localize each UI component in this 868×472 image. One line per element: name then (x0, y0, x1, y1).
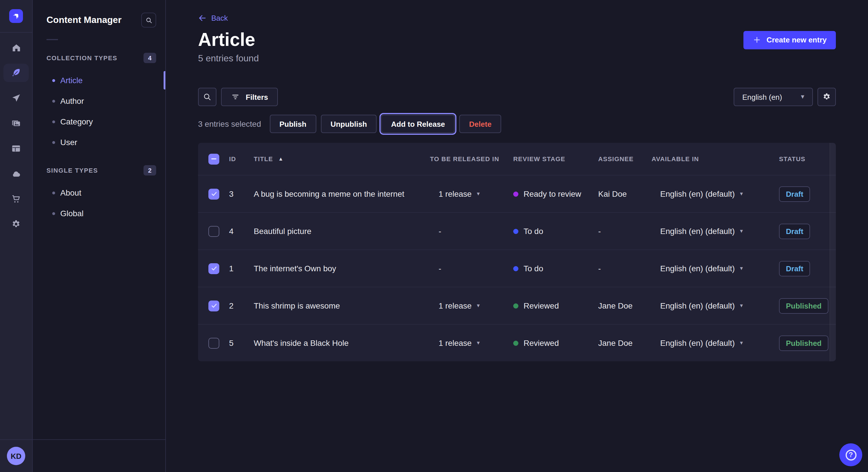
column-header-review-stage[interactable]: REVIEW STAGE (512, 156, 598, 162)
toolbar: Filters English (en) ▼ (198, 88, 836, 106)
cell-to-be-released-in: - (430, 227, 512, 236)
rail-item-releases-paper-plane-icon[interactable] (3, 89, 29, 107)
publish-button[interactable]: Publish (270, 115, 316, 133)
rail-item-marketplace-cart-icon[interactable] (3, 190, 29, 208)
stage-label: To do (524, 227, 544, 236)
table-header-row: IDTITLE▲TO BE RELEASED INREVIEW STAGEASS… (198, 143, 836, 175)
rail-item-cloud-icon[interactable] (3, 165, 29, 183)
create-new-entry-label: Create new entry (766, 36, 827, 44)
page-title: Article (198, 29, 255, 50)
sidebar-item-category[interactable]: Category (33, 111, 165, 132)
locale-value: English (en) (742, 93, 782, 101)
plus-icon (753, 36, 761, 44)
unpublish-button[interactable]: Unpublish (321, 115, 377, 133)
column-header-id[interactable]: ID (229, 156, 254, 162)
cell-assignee: - (598, 264, 652, 273)
available-in-value: English (en) (default) (660, 189, 735, 198)
rail-item-content-type-builder-icon[interactable] (3, 139, 29, 158)
search-icon (203, 92, 212, 102)
filters-label: Filters (246, 93, 268, 101)
rail-item-home-icon[interactable] (3, 38, 29, 57)
table-row[interactable]: 1The internet's Own boy-To do-English (e… (198, 249, 836, 287)
sidebar-item-about[interactable]: About (33, 182, 165, 203)
avatar[interactable]: KD (7, 447, 25, 465)
view-settings-button[interactable] (817, 88, 836, 106)
column-header-assignee[interactable]: ASSIGNEE (598, 156, 652, 162)
check-icon (210, 191, 217, 197)
release-value: - (439, 227, 441, 236)
column-header-title[interactable]: TITLE▲ (254, 156, 430, 162)
locales-dropdown[interactable]: English (en) (default)▾ (652, 264, 779, 273)
check-icon (210, 302, 217, 309)
row-checkbox[interactable] (208, 263, 219, 274)
rail-item-content-manager-feather-icon[interactable] (3, 64, 29, 82)
add-to-release-button[interactable]: Add to Release (381, 115, 455, 133)
media-library-icon (11, 118, 21, 129)
release-dropdown[interactable]: 1 release▾ (430, 301, 512, 310)
rail-item-media-library-icon[interactable] (3, 114, 29, 133)
back-link[interactable]: Back (198, 14, 228, 22)
filters-button[interactable]: Filters (221, 88, 278, 106)
chevron-down-icon: ▾ (477, 191, 479, 197)
locales-dropdown[interactable]: English (en) (default)▾ (652, 338, 779, 347)
column-header-label: TO BE RELEASED IN (430, 156, 499, 162)
sidebar-item-label: Global (60, 209, 84, 218)
rail-item-settings-gear-icon[interactable] (3, 215, 29, 233)
sidebar-item-user[interactable]: User (33, 132, 165, 153)
column-header-to-be-released-in[interactable]: TO BE RELEASED IN (430, 156, 512, 162)
sidebar-item-global[interactable]: Global (33, 203, 165, 224)
column-header-label: AVAILABLE IN (652, 156, 699, 162)
section-count-badge: 2 (144, 165, 156, 175)
sidebar-item-author[interactable]: Author (33, 91, 165, 111)
locale-select[interactable]: English (en) ▼ (734, 88, 813, 106)
table-row[interactable]: 5What's inside a Black Hole1 release▾Rev… (198, 324, 836, 361)
table-row[interactable]: 4Beautiful picture-To do-English (en) (d… (198, 212, 836, 249)
cell-review-stage: Ready to review (512, 189, 598, 198)
section-label: COLLECTION TYPES (46, 55, 117, 61)
stage-dot-icon (513, 340, 518, 345)
table-search-button[interactable] (198, 88, 216, 106)
sidebar-item-label: About (60, 188, 81, 197)
status-badge: Draft (779, 186, 810, 202)
locales-dropdown[interactable]: English (en) (default)▾ (652, 227, 779, 236)
row-checkbox[interactable] (208, 300, 219, 311)
cell-to-be-released-in: 1 release▾ (430, 301, 512, 310)
table-row[interactable]: 3A bug is becoming a meme on the interne… (198, 175, 836, 212)
row-checkbox[interactable] (208, 189, 219, 199)
stage-label: Reviewed (524, 301, 559, 310)
subnav-search-button[interactable] (141, 12, 156, 28)
column-header-status[interactable]: STATUS (779, 156, 836, 162)
status-badge: Published (779, 335, 828, 351)
cell-status: Draft (779, 261, 836, 276)
column-header-label: STATUS (779, 156, 805, 162)
locales-dropdown[interactable]: English (en) (default)▾ (652, 189, 779, 198)
delete-button[interactable]: Delete (459, 115, 501, 133)
select-all-cell (198, 154, 229, 164)
create-new-entry-button[interactable]: Create new entry (743, 31, 836, 49)
sidebar-item-article[interactable]: Article (33, 70, 165, 91)
select-all-checkbox[interactable] (208, 154, 219, 164)
available-in-value: English (en) (default) (660, 227, 735, 236)
section-items: AboutGlobal (33, 182, 165, 224)
section-head: SINGLE TYPES2 (33, 165, 165, 175)
locales-dropdown[interactable]: English (en) (default)▾ (652, 301, 779, 310)
cell-assignee: Jane Doe (598, 338, 652, 347)
table-scrollbar-gutter[interactable] (830, 143, 836, 361)
release-dropdown[interactable]: 1 release▾ (430, 189, 512, 198)
chevron-down-icon: ▾ (740, 340, 743, 346)
cell-id: 5 (229, 338, 254, 347)
entries-count: 5 entries found (198, 53, 836, 64)
strapi-logo[interactable] (9, 9, 23, 23)
settings-gear-icon (11, 219, 21, 229)
table-row[interactable]: 2This shrimp is awesome1 release▾Reviewe… (198, 287, 836, 324)
help-button[interactable]: ? (839, 443, 862, 466)
bullet-icon (52, 100, 55, 102)
row-checkbox[interactable] (208, 338, 219, 348)
section-items: ArticleAuthorCategoryUser (33, 70, 165, 153)
sidebar-item-label: Article (60, 76, 83, 85)
release-value: 1 release (439, 189, 472, 198)
row-checkbox[interactable] (208, 226, 219, 237)
cell-review-stage: Reviewed (512, 301, 598, 310)
column-header-available-in[interactable]: AVAILABLE IN (652, 156, 779, 162)
release-dropdown[interactable]: 1 release▾ (430, 338, 512, 347)
